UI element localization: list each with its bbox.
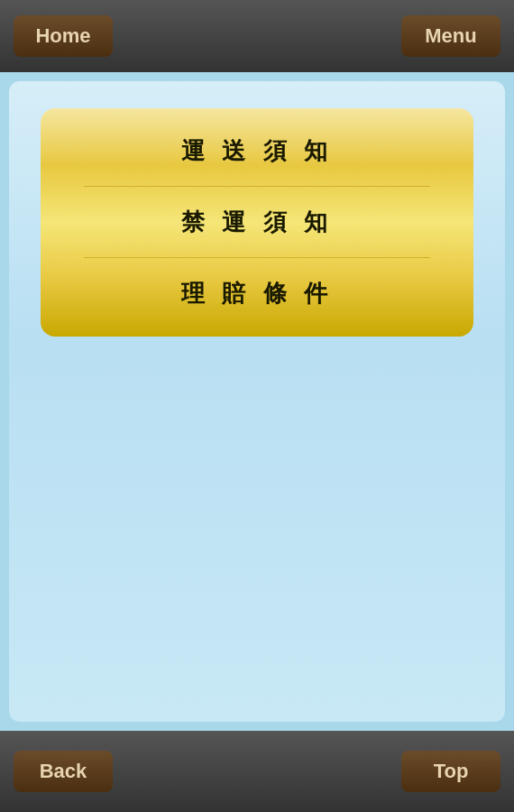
back-button[interactable]: Back [14,751,113,792]
menu-item-prohibited-label: 禁 運 須 知 [181,207,333,238]
menu-item-shipping[interactable]: 運 送 須 知 [41,115,473,187]
menu-item-shipping-label: 運 送 須 知 [181,135,333,167]
menu-item-claim[interactable]: 理 賠 條 件 [41,258,473,329]
menu-button[interactable]: Menu [401,15,500,57]
top-bar: Home Menu [0,0,514,72]
top-button[interactable]: Top [401,751,500,792]
bottom-bar: Back Top [0,731,514,812]
main-content: 運 送 須 知 禁 運 須 知 理 賠 條 件 [9,81,505,722]
menu-item-claim-label: 理 賠 條 件 [181,278,333,309]
home-button[interactable]: Home [14,15,113,57]
menu-item-prohibited[interactable]: 禁 運 須 知 [41,187,473,258]
menu-container: 運 送 須 知 禁 運 須 知 理 賠 條 件 [41,108,473,337]
